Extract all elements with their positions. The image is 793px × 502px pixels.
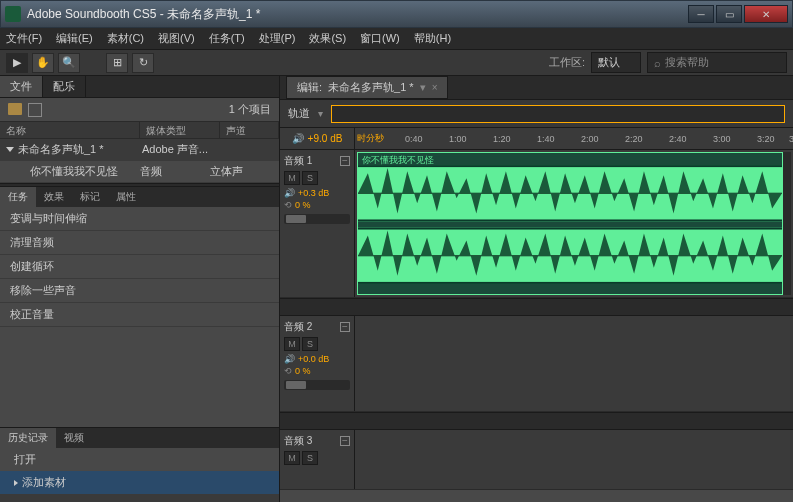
hand-tool[interactable]: ✋ <box>32 53 54 73</box>
app-icon <box>5 6 21 22</box>
tab-effects[interactable]: 效果 <box>36 187 72 207</box>
menu-clip[interactable]: 素材(C) <box>107 31 144 46</box>
time-ruler[interactable]: 时分秒 0:40 1:00 1:20 1:40 2:00 2:20 2:40 3… <box>355 128 793 149</box>
expand-icon[interactable] <box>6 147 14 152</box>
project-count: 1 个项目 <box>229 102 271 117</box>
toolbar: ▶ ✋ 🔍 ⊞ ↻ 工作区: 默认 ⌕ 搜索帮助 <box>0 50 793 76</box>
col-media[interactable]: 媒体类型 <box>140 122 220 138</box>
triangle-right-icon <box>14 480 18 486</box>
file-row-multitrack[interactable]: 未命名多声轨_1 * Adobe 声音... <box>0 139 279 161</box>
track-3-content[interactable] <box>355 430 793 489</box>
track-3-header: 音频 3 − M S <box>280 430 355 489</box>
tab-scores[interactable]: 配乐 <box>43 76 86 97</box>
pan-icon: ⟲ <box>284 366 292 376</box>
volume-icon: 🔊 <box>284 354 295 364</box>
tab-markers[interactable]: 标记 <box>72 187 108 207</box>
search-icon: ⌕ <box>654 57 661 69</box>
solo-button[interactable]: S <box>302 451 318 465</box>
master-gain[interactable]: 🔊 +9.0 dB <box>280 128 355 149</box>
menu-view[interactable]: 视图(V) <box>158 31 195 46</box>
tab-tasks[interactable]: 任务 <box>0 187 36 207</box>
track-label: 轨道 <box>288 106 310 121</box>
mute-button[interactable]: M <box>284 337 300 351</box>
track-1-content[interactable]: 你不懂我我不见怪 <box>355 150 793 297</box>
col-name[interactable]: 名称 <box>0 122 140 138</box>
clip-title: 你不懂我我不见怪 <box>362 154 434 167</box>
window-titlebar: Adobe Soundbooth CS5 - 未命名多声轨_1 * ─ ▭ ✕ <box>0 0 793 28</box>
track-1: 音频 1 − M S 🔊+0.3 dB ⟲0 % 你不懂我我不见怪 <box>280 150 793 298</box>
window-title: Adobe Soundbooth CS5 - 未命名多声轨_1 * <box>27 6 260 23</box>
menu-edit[interactable]: 编辑(E) <box>56 31 93 46</box>
task-correct-volume[interactable]: 校正音量 <box>0 303 279 327</box>
collapse-track-icon[interactable]: − <box>340 436 350 446</box>
svg-rect-4 <box>358 228 782 230</box>
collapse-track-icon[interactable]: − <box>340 322 350 332</box>
tab-history[interactable]: 历史记录 <box>0 428 56 448</box>
file-row-audio[interactable]: 你不懂我我不见怪 音频 立体声 <box>0 161 279 183</box>
workspace-label: 工作区: <box>549 55 585 70</box>
track-2-name[interactable]: 音频 2 <box>284 320 312 334</box>
new-file-icon[interactable] <box>28 103 42 117</box>
menubar: 文件(F) 编辑(E) 素材(C) 视图(V) 任务(T) 处理(P) 效果(S… <box>0 28 793 50</box>
editor-panel: 编辑: 未命名多声轨_1 * ▾ × 轨道 ▾ 🔊 +9.0 dB 时分秒 0:… <box>280 76 793 502</box>
task-loop[interactable]: 创建循环 <box>0 255 279 279</box>
solo-button[interactable]: S <box>302 337 318 351</box>
task-cleanup[interactable]: 清理音频 <box>0 231 279 255</box>
tab-files[interactable]: 文件 <box>0 76 43 97</box>
files-scrollbar[interactable] <box>0 183 279 186</box>
collapse-track-icon[interactable]: − <box>340 156 350 166</box>
track-2-slider[interactable] <box>284 380 350 390</box>
snap-toggle[interactable]: ⊞ <box>106 53 128 73</box>
workspace-dropdown[interactable]: 默认 <box>591 52 641 73</box>
menu-window[interactable]: 窗口(W) <box>360 31 400 46</box>
track-1-header: 音频 1 − M S 🔊+0.3 dB ⟲0 % <box>280 150 355 297</box>
time-header: 时分秒 <box>357 132 384 145</box>
history-open[interactable]: 打开 <box>0 448 279 471</box>
help-search[interactable]: ⌕ 搜索帮助 <box>647 52 787 73</box>
mute-button[interactable]: M <box>284 451 300 465</box>
track-1-name[interactable]: 音频 1 <box>284 154 312 168</box>
track-2: 音频 2 − M S 🔊+0.0 dB ⟲0 % <box>280 316 793 412</box>
volume-icon: 🔊 <box>284 188 295 198</box>
maximize-button[interactable]: ▭ <box>716 5 742 23</box>
waveform-svg <box>358 153 782 294</box>
folder-icon[interactable] <box>8 103 22 115</box>
task-remove-sound[interactable]: 移除一些声音 <box>0 279 279 303</box>
task-pitch-time[interactable]: 变调与时间伸缩 <box>0 207 279 231</box>
svg-rect-3 <box>358 219 782 221</box>
track-2-header: 音频 2 − M S 🔊+0.0 dB ⟲0 % <box>280 316 355 411</box>
track-3-name[interactable]: 音频 3 <box>284 434 312 448</box>
menu-help[interactable]: 帮助(H) <box>414 31 451 46</box>
audio-clip[interactable]: 你不懂我我不见怪 <box>357 152 783 295</box>
close-button[interactable]: ✕ <box>744 5 788 23</box>
solo-button[interactable]: S <box>302 171 318 185</box>
chevron-down-icon[interactable]: ▾ <box>420 81 426 94</box>
svg-rect-5 <box>358 282 782 284</box>
track-2-content[interactable] <box>355 316 793 411</box>
chevron-down-icon[interactable]: ▾ <box>318 108 323 119</box>
menu-file[interactable]: 文件(F) <box>6 31 42 46</box>
tab-properties[interactable]: 属性 <box>108 187 144 207</box>
selection-tool[interactable]: ▶ <box>6 53 28 73</box>
pan-icon: ⟲ <box>284 200 292 210</box>
minimize-button[interactable]: ─ <box>688 5 714 23</box>
left-panel: 文件 配乐 1 个项目 名称 媒体类型 声道 未命名多声轨_1 * Adobe … <box>0 76 280 502</box>
close-tab-icon[interactable]: × <box>432 82 438 93</box>
tab-video[interactable]: 视频 <box>56 428 92 448</box>
col-channel[interactable]: 声道 <box>220 122 279 138</box>
editor-tab[interactable]: 编辑: 未命名多声轨_1 * ▾ × <box>286 76 448 99</box>
track-3: 音频 3 − M S <box>280 430 793 490</box>
track-1-slider[interactable] <box>284 214 350 224</box>
loop-toggle[interactable]: ↻ <box>132 53 154 73</box>
menu-tasks[interactable]: 任务(T) <box>209 31 245 46</box>
speaker-icon: 🔊 <box>292 133 304 144</box>
timeline-overview[interactable] <box>331 105 785 123</box>
menu-effects[interactable]: 效果(S) <box>309 31 346 46</box>
menu-process[interactable]: 处理(P) <box>259 31 296 46</box>
search-placeholder: 搜索帮助 <box>665 55 709 70</box>
mute-button[interactable]: M <box>284 171 300 185</box>
history-add-material[interactable]: 添加素材 <box>0 471 279 494</box>
zoom-tool[interactable]: 🔍 <box>58 53 80 73</box>
